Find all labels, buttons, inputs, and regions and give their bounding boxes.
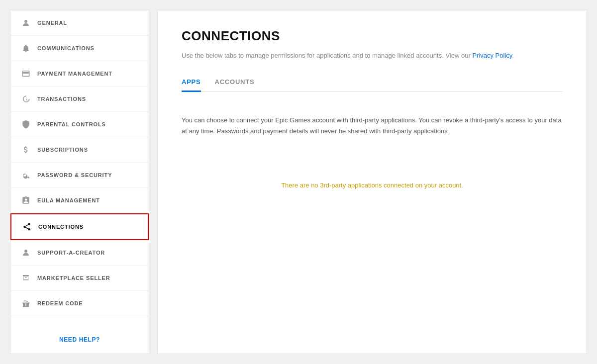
share-icon bbox=[21, 221, 32, 232]
sidebar-item-subscriptions-label: SUBSCRIPTIONS bbox=[37, 147, 88, 153]
sidebar-item-transactions[interactable]: TRANSACTIONS bbox=[10, 87, 149, 112]
svg-line-4 bbox=[25, 227, 28, 229]
dollar-icon bbox=[20, 144, 31, 155]
sidebar-footer: NEED HELP? bbox=[10, 325, 149, 354]
tab-apps[interactable]: APPS bbox=[182, 73, 201, 92]
svg-point-1 bbox=[28, 223, 30, 226]
sidebar-item-support-creator[interactable]: SUPPORT-A-CREATOR bbox=[10, 240, 149, 266]
tab-accounts[interactable]: ACCOUNTS bbox=[215, 73, 255, 92]
sidebar-item-payment-label: PAYMENT MANAGEMENT bbox=[37, 71, 112, 77]
sidebar-item-general[interactable]: GENERAL bbox=[10, 10, 149, 36]
sidebar-item-redeem-label: REDEEM CODE bbox=[37, 300, 83, 306]
store-icon bbox=[20, 273, 31, 283]
svg-point-2 bbox=[23, 226, 26, 228]
sidebar-item-communications-label: COMMUNICATIONS bbox=[37, 45, 95, 51]
tabs-bar: APPS ACCOUNTS bbox=[182, 73, 563, 92]
page-title: CONNECTIONS bbox=[182, 28, 563, 44]
apps-tab-description: You can choose to connect your Epic Game… bbox=[182, 115, 563, 137]
svg-point-6 bbox=[24, 250, 27, 253]
sidebar-item-transactions-label: TRANSACTIONS bbox=[37, 96, 86, 102]
shield-icon bbox=[20, 119, 31, 130]
page-description: Use the below tabs to manage permissions… bbox=[182, 51, 563, 61]
sidebar-item-connections-label: CONNECTIONS bbox=[38, 224, 84, 230]
key-icon bbox=[20, 170, 31, 181]
tab-content-apps: You can choose to connect your Epic Game… bbox=[182, 107, 563, 227]
sidebar-item-marketplace-label: MARKETPLACE SELLER bbox=[37, 275, 110, 281]
clipboard-icon bbox=[20, 195, 31, 206]
sidebar-item-redeem-code[interactable]: REDEEM CODE bbox=[10, 291, 149, 316]
person2-icon bbox=[20, 247, 31, 258]
description-suffix: . bbox=[512, 52, 514, 59]
sidebar-item-payment-management[interactable]: PAYMENT MANAGEMENT bbox=[10, 61, 149, 87]
sidebar-item-marketplace-seller[interactable]: MARKETPLACE SELLER bbox=[10, 266, 149, 291]
sidebar-item-eula-label: EULA MANAGEMENT bbox=[37, 197, 100, 203]
sidebar-item-eula-management[interactable]: EULA MANAGEMENT bbox=[10, 188, 149, 213]
history-icon bbox=[20, 93, 31, 104]
sidebar: GENERAL COMMUNICATIONS PAYMENT MANAGEMEN… bbox=[10, 10, 149, 354]
sidebar-item-support-label: SUPPORT-A-CREATOR bbox=[37, 250, 105, 256]
svg-line-5 bbox=[25, 225, 28, 226]
need-help-link[interactable]: NEED HELP? bbox=[59, 336, 100, 343]
sidebar-item-connections[interactable]: CONNECTIONS bbox=[10, 213, 149, 240]
main-content: CONNECTIONS Use the below tabs to manage… bbox=[157, 10, 587, 354]
sidebar-item-general-label: GENERAL bbox=[37, 20, 67, 26]
sidebar-item-subscriptions[interactable]: SUBSCRIPTIONS bbox=[10, 137, 149, 163]
description-prefix: Use the below tabs to manage permissions… bbox=[182, 52, 472, 59]
sidebar-item-password-security[interactable]: PASSWORD & SECURITY bbox=[10, 163, 149, 188]
person-icon bbox=[20, 17, 31, 28]
gift-icon bbox=[20, 298, 31, 309]
svg-point-0 bbox=[24, 20, 27, 23]
sidebar-item-communications[interactable]: COMMUNICATIONS bbox=[10, 36, 149, 61]
page-container: GENERAL COMMUNICATIONS PAYMENT MANAGEMEN… bbox=[10, 10, 587, 354]
apps-empty-state: There are no 3rd-party applications conn… bbox=[182, 162, 563, 219]
sidebar-item-password-label: PASSWORD & SECURITY bbox=[37, 172, 112, 178]
sidebar-item-parental-label: PARENTAL CONTROLS bbox=[37, 121, 106, 127]
privacy-policy-link[interactable]: Privacy Policy bbox=[472, 52, 512, 59]
sidebar-item-parental-controls[interactable]: PARENTAL CONTROLS bbox=[10, 112, 149, 137]
card-icon bbox=[20, 68, 31, 79]
bell-icon bbox=[20, 43, 31, 54]
svg-point-3 bbox=[28, 228, 30, 231]
